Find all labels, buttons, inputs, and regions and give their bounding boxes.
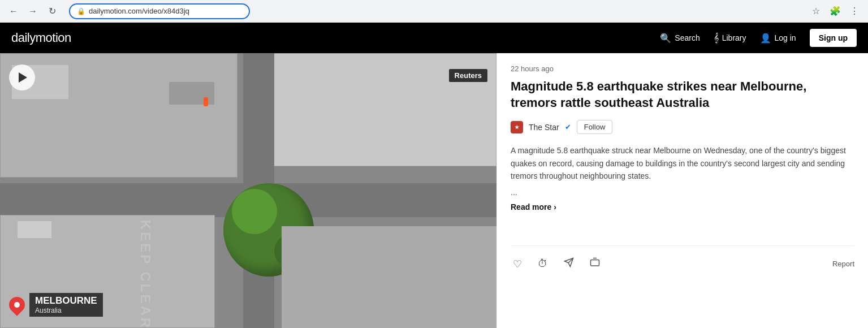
logo-bold: daily [11, 31, 36, 45]
search-nav-label: Search [675, 33, 699, 42]
add-to-playlist-button[interactable] [588, 255, 602, 273]
search-nav-item[interactable]: 🔍 Search [660, 33, 699, 44]
search-icon: 🔍 [660, 33, 671, 44]
forward-button[interactable]: → [25, 3, 41, 19]
signup-button[interactable]: Sign up [810, 29, 857, 47]
library-icon: 𝄞 [714, 33, 719, 43]
read-more-label: Read more [511, 202, 551, 212]
location-city: MELBOURNE [35, 295, 97, 307]
action-bar: ♡ ⏱ [511, 245, 854, 273]
verified-icon: ✔ [565, 123, 571, 131]
read-more-link[interactable]: Read more › [511, 202, 854, 212]
report-link[interactable]: Report [832, 260, 854, 268]
person-figure [204, 97, 208, 106]
location-pin-icon [6, 294, 28, 316]
article-description: A magnitude 5.8 earthquake struck near M… [511, 144, 854, 182]
address-text: dailymotion.com/video/x84d3jq [89, 7, 189, 15]
address-bar-container: 🔒 dailymotion.com/video/x84d3jq [69, 3, 799, 19]
article-author-row: ★ The Star ✔ Follow [511, 120, 854, 134]
action-icons-left: ♡ ⏱ [511, 255, 819, 273]
login-nav-label: Log in [775, 33, 796, 42]
address-bar[interactable]: 🔒 dailymotion.com/video/x84d3jq [69, 3, 250, 19]
refresh-button[interactable]: ↻ [44, 3, 60, 19]
article-title: Magnitude 5.8 earthquake strikes near Me… [511, 79, 854, 111]
author-avatar: ★ [511, 121, 523, 133]
extension-button[interactable]: 🧩 [827, 3, 843, 19]
video-player[interactable]: KEEP CLEAR Reuters MELBOURNE Australia [0, 53, 496, 328]
browser-nav: ← → ↻ [6, 3, 60, 19]
article-timestamp: 22 hours ago [511, 64, 854, 73]
aerial-background: KEEP CLEAR [0, 53, 496, 328]
logo-light: motion [36, 31, 71, 45]
user-icon: 👤 [760, 33, 771, 44]
road-marking: KEEP CLEAR [137, 220, 153, 328]
menu-button[interactable]: ⋮ [847, 3, 862, 19]
site-logo[interactable]: dailymotion [11, 31, 71, 45]
reuters-badge: Reuters [449, 69, 487, 82]
share-button[interactable] [562, 255, 576, 273]
share-icon [564, 257, 574, 270]
library-nav-item[interactable]: 𝄞 Library [714, 33, 746, 43]
star-button[interactable]: ☆ [808, 3, 824, 19]
lock-icon: 🔒 [77, 7, 85, 15]
follow-button[interactable]: Follow [577, 120, 613, 134]
location-country: Australia [35, 307, 97, 314]
location-badge: MELBOURNE Australia [9, 293, 103, 317]
building-4 [282, 226, 496, 328]
browser-chrome: ← → ↻ 🔒 dailymotion.com/video/x84d3jq ☆ … [0, 0, 868, 23]
author-name: The Star [529, 123, 559, 132]
read-more-arrow: › [554, 202, 556, 212]
article-ellipsis: ... [511, 188, 854, 197]
svg-rect-2 [591, 260, 599, 266]
back-button[interactable]: ← [6, 3, 21, 19]
play-button[interactable] [9, 64, 35, 90]
login-nav-item[interactable]: 👤 Log in [760, 33, 796, 44]
main-content: KEEP CLEAR Reuters MELBOURNE Australia 2… [0, 53, 868, 328]
building-1 [0, 53, 237, 178]
site-header: dailymotion 🔍 Search 𝄞 Library 👤 Log in … [0, 23, 868, 53]
browser-right-icons: ☆ 🧩 ⋮ [808, 3, 862, 19]
heart-icon: ♡ [513, 258, 522, 270]
header-nav: 🔍 Search 𝄞 Library 👤 Log in Sign up [660, 29, 857, 47]
library-nav-label: Library [722, 33, 746, 42]
playlist-icon [590, 257, 600, 270]
watch-later-button[interactable]: ⏱ [536, 255, 550, 273]
location-text: MELBOURNE Australia [29, 293, 103, 317]
right-panel: 22 hours ago Magnitude 5.8 earthquake st… [496, 53, 868, 328]
play-icon [19, 72, 27, 83]
like-button[interactable]: ♡ [511, 255, 524, 273]
clock-icon: ⏱ [538, 258, 548, 270]
